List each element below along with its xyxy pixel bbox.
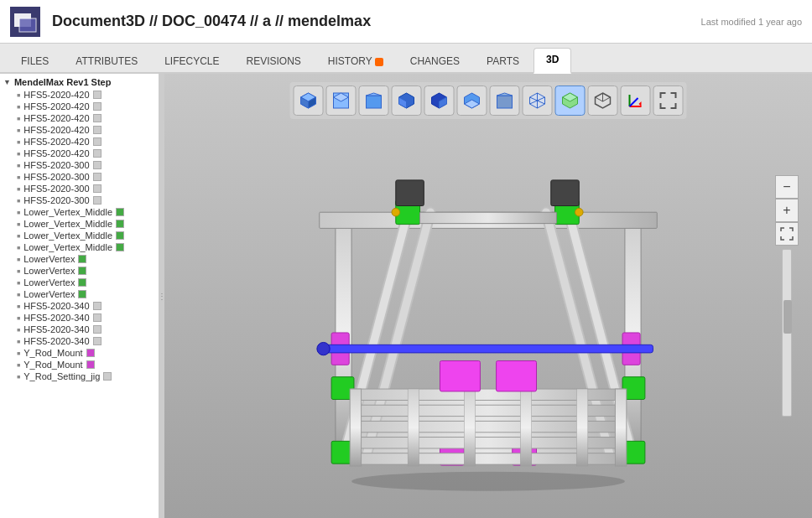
zoom-plus-button[interactable]: + xyxy=(775,199,799,222)
tree-item-y-rod-mount-1[interactable]: Y_Rod_Mount xyxy=(0,347,159,359)
color-swatch xyxy=(93,173,102,181)
tree-item[interactable]: LowerVertex xyxy=(0,265,159,277)
tree-item[interactable]: Lower_Vertex_Middle xyxy=(0,206,159,218)
svg-rect-2 xyxy=(19,18,36,32)
zoom-minus-button[interactable]: − xyxy=(775,175,799,199)
color-swatch xyxy=(86,360,95,369)
model-svg xyxy=(245,120,731,505)
color-swatch xyxy=(116,220,124,228)
color-swatch xyxy=(116,208,124,216)
view-top-button[interactable] xyxy=(326,85,357,116)
main-content: MendelMax Rev1 Step HFS5-2020-420 HFS5-2… xyxy=(0,74,812,518)
document-title: Document3D // DOC_00474 // a // mendelma… xyxy=(52,13,701,30)
svg-rect-73 xyxy=(464,389,475,466)
tab-history[interactable]: HISTORY xyxy=(315,49,396,72)
tree-item[interactable]: HFS5-2020-300 xyxy=(0,183,159,194)
color-swatch xyxy=(93,184,102,193)
view-fullscreen-button[interactable] xyxy=(653,85,684,116)
tree-item[interactable]: HFS5-2020-300 xyxy=(0,194,159,206)
color-swatch xyxy=(93,102,102,111)
color-swatch xyxy=(86,349,95,357)
tree-item[interactable]: Lower_Vertex_Middle xyxy=(0,230,159,241)
tab-revisions[interactable]: REVISIONS xyxy=(234,49,314,72)
tab-changes[interactable]: CHANGES xyxy=(398,49,472,72)
view-wireframe-button[interactable] xyxy=(588,85,618,116)
last-modified: Last modified 1 year ago xyxy=(701,17,802,27)
svg-rect-58 xyxy=(324,344,653,353)
tab-lifecycle[interactable]: LIFECYCLE xyxy=(152,49,232,72)
header: Document3D // DOC_00474 // a // mendelma… xyxy=(0,0,812,44)
tree-item[interactable]: HFS5-2020-420 xyxy=(0,124,159,136)
color-swatch xyxy=(103,372,112,381)
svg-rect-9 xyxy=(367,96,382,108)
tree-item[interactable]: HFS5-2020-300 xyxy=(0,159,159,171)
view-bottom-button[interactable] xyxy=(457,85,487,116)
view-right-button[interactable] xyxy=(424,85,455,116)
color-swatch xyxy=(93,313,102,322)
tab-parts[interactable]: PARTS xyxy=(474,49,532,72)
color-swatch xyxy=(78,290,86,298)
svg-line-27 xyxy=(596,97,603,101)
svg-line-31 xyxy=(630,98,638,106)
view-front-button[interactable] xyxy=(359,85,389,116)
view-iso-button[interactable] xyxy=(294,85,324,116)
tab-files[interactable]: FILES xyxy=(8,49,61,72)
svg-rect-64 xyxy=(420,212,557,223)
color-swatch xyxy=(93,337,102,345)
tree-item[interactable]: HFS5-2020-340 xyxy=(0,324,159,335)
tree-item[interactable]: HFS5-2020-420 xyxy=(0,136,159,148)
tree-item[interactable]: LowerVertex xyxy=(0,288,159,300)
tree-item[interactable]: LowerVertex xyxy=(0,277,159,288)
view-left-button[interactable] xyxy=(392,85,422,116)
tree-item-y-rod-mount-2[interactable]: Y_Rod_Mount xyxy=(0,359,159,370)
color-swatch xyxy=(93,196,102,205)
svg-point-59 xyxy=(317,342,330,355)
svg-rect-77 xyxy=(497,361,537,391)
tree-item[interactable]: HFS5-2020-420 xyxy=(0,89,159,101)
view-axis-button[interactable] xyxy=(621,85,651,116)
zoom-fit-button[interactable] xyxy=(775,222,799,246)
tab-3d[interactable]: 3D xyxy=(534,48,571,74)
tree-item[interactable]: Lower_Vertex_Middle xyxy=(0,218,159,230)
svg-rect-17 xyxy=(497,96,513,108)
view-shade-button[interactable] xyxy=(555,85,586,116)
color-swatch xyxy=(93,126,102,134)
svg-rect-61 xyxy=(551,180,580,206)
viewport-toolbar xyxy=(290,82,687,119)
svg-rect-60 xyxy=(396,180,424,206)
tree-item[interactable]: HFS5-2020-340 xyxy=(0,312,159,324)
tree-item[interactable]: HFS5-2020-340 xyxy=(0,300,159,312)
tree-item[interactable]: HFS5-2020-340 xyxy=(0,335,159,347)
tree-item[interactable]: Lower_Vertex_Middle xyxy=(0,241,159,253)
tree-item-y-rod-setting[interactable]: Y_Rod_Setting_jig xyxy=(0,370,159,382)
tree-item[interactable]: HFS5-2020-420 xyxy=(0,112,159,124)
color-swatch xyxy=(116,243,124,251)
view-persp-button[interactable] xyxy=(523,85,553,116)
tab-attributes[interactable]: ATTRIBUTES xyxy=(63,49,150,72)
tree-item[interactable]: HFS5-2020-420 xyxy=(0,148,159,159)
3d-viewport[interactable]: − + xyxy=(164,74,812,518)
view-back-button[interactable] xyxy=(490,85,520,116)
color-swatch xyxy=(93,325,102,334)
tree-root[interactable]: MendelMax Rev1 Step xyxy=(0,75,159,89)
color-swatch xyxy=(78,267,86,275)
svg-rect-74 xyxy=(520,389,531,466)
svg-rect-76 xyxy=(440,361,481,391)
rss-icon xyxy=(375,58,383,66)
zoom-thumb[interactable] xyxy=(783,300,792,334)
svg-point-62 xyxy=(392,208,400,216)
svg-rect-71 xyxy=(615,389,626,466)
color-swatch xyxy=(78,255,86,263)
tree-item[interactable]: HFS5-2020-420 xyxy=(0,101,159,112)
tree-item[interactable]: LowerVertex xyxy=(0,253,159,265)
color-swatch xyxy=(93,91,102,99)
zoom-scrollbar[interactable] xyxy=(782,249,792,417)
svg-rect-72 xyxy=(408,389,419,466)
svg-rect-75 xyxy=(576,389,587,466)
tree-content[interactable]: MendelMax Rev1 Step HFS5-2020-420 HFS5-2… xyxy=(0,74,159,518)
tree-item[interactable]: HFS5-2020-300 xyxy=(0,171,159,183)
svg-marker-10 xyxy=(367,93,382,96)
svg-point-78 xyxy=(351,472,625,491)
zoom-controls: − + xyxy=(775,175,799,417)
color-swatch xyxy=(93,137,102,146)
